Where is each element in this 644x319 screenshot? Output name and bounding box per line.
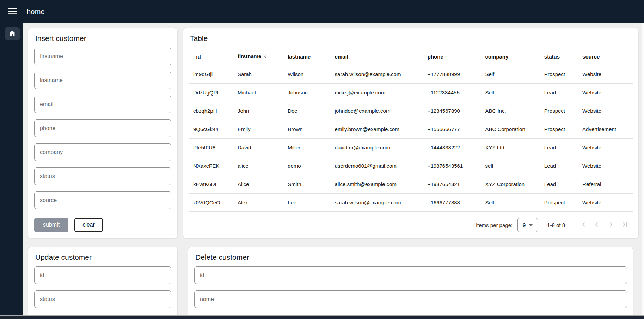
firstname-field[interactable] [34, 48, 171, 65]
cell-company: Self [481, 65, 540, 84]
cell-source: Advertisement [578, 120, 633, 139]
cell-source: Website [578, 65, 633, 84]
scrollbar[interactable] [642, 23, 644, 316]
column-header-status[interactable]: status [540, 48, 578, 65]
cell-company: Self [481, 194, 540, 212]
cell-id: Pte5fFU8 [189, 139, 233, 157]
phone-field[interactable] [34, 119, 171, 137]
update-customer-card: Update customer submit clear [28, 247, 178, 319]
cell-firstname: alice [233, 157, 283, 175]
items-per-page-label: Items per page: [476, 222, 513, 228]
sidebar [0, 23, 23, 319]
last-page-button[interactable] [618, 218, 632, 232]
menu-button[interactable] [4, 4, 20, 20]
source-field[interactable] [34, 191, 171, 209]
update-card-title: Update customer [35, 253, 170, 262]
cell-source: Website [578, 102, 633, 120]
cell-email: mike.j@example.com [331, 84, 423, 102]
cell-firstname: Alice [233, 175, 283, 194]
company-field[interactable] [34, 143, 171, 161]
column-header-firstname[interactable]: firstname [233, 48, 283, 65]
cell-phone: +1987654321 [423, 175, 481, 194]
update-id-field[interactable] [34, 266, 171, 284]
chevron-right-icon [607, 220, 615, 230]
caret-down-icon [529, 224, 533, 226]
cell-lastname: Lee [283, 194, 330, 212]
cell-firstname: Emily [233, 120, 283, 139]
insert-clear-button[interactable]: clear [74, 218, 103, 232]
cell-status: Lead [540, 139, 578, 157]
customers-table: _id firstname lastname email phone compa… [189, 48, 633, 212]
cell-phone: +1555666777 [423, 120, 481, 139]
cell-phone: +1234567890 [423, 102, 481, 120]
cell-company: ABC Inc. [481, 102, 540, 120]
table-row: NXaxeFEK alice demo userdemo601@gmail.co… [189, 157, 633, 175]
cell-email: userdemo601@gmail.com [331, 157, 423, 175]
cell-firstname: David [233, 139, 283, 157]
cell-firstname: Alex [233, 194, 283, 212]
cell-phone: +1777888999 [423, 65, 481, 84]
cell-email: emily.brown@example.com [331, 120, 423, 139]
cell-id: kEwtK6DL [189, 175, 233, 194]
sort-desc-icon [263, 54, 268, 60]
cell-id: im9dGtji [189, 65, 233, 84]
delete-name-field[interactable] [194, 290, 627, 308]
table-row: DdzUgQPI Michael Johnson mike.j@example.… [189, 84, 633, 102]
cell-lastname: Brown [283, 120, 330, 139]
status-field[interactable] [34, 167, 171, 185]
page-size-value: 9 [523, 222, 526, 228]
column-header-lastname[interactable]: lastname [283, 48, 330, 65]
cell-phone: +19876543561 [423, 157, 481, 175]
cell-company: Self [481, 84, 540, 102]
cell-phone: +1444333222 [423, 139, 481, 157]
delete-id-field[interactable] [194, 266, 627, 284]
cell-lastname: Smith [283, 175, 330, 194]
delete-card-title: Delete customer [195, 253, 626, 262]
first-page-button[interactable] [576, 218, 590, 232]
hamburger-icon [8, 8, 17, 16]
sidebar-item-home[interactable] [5, 27, 20, 40]
cell-status: Prospect [540, 65, 578, 84]
page-size-select[interactable]: 9 [517, 218, 538, 232]
cell-id: DdzUgQPI [189, 84, 233, 102]
delete-customer-card: Delete customer submit clear [188, 247, 633, 319]
column-header-phone[interactable]: phone [423, 48, 481, 65]
table-row: cbzqh2pH John Doe johndoe@example.com +1… [189, 102, 633, 120]
cell-firstname: John [233, 102, 283, 120]
cell-status: Lead [540, 175, 578, 194]
cell-company: XYZ Corporation [481, 175, 540, 194]
lastname-field[interactable] [34, 72, 171, 89]
table-row: kEwtK6DL Alice Smith alice.smith@example… [189, 175, 633, 194]
cell-email: sarah.wilson@example.com [331, 65, 423, 84]
chevron-left-icon [593, 220, 601, 230]
cell-lastname: Johnson [283, 84, 330, 102]
cell-company: self [481, 157, 540, 175]
topbar: home [0, 0, 644, 23]
column-header-company[interactable]: company [481, 48, 540, 65]
cell-source: Referral [578, 175, 633, 194]
cell-source: Website [578, 139, 633, 157]
table-card: Table _id firstname lastname email phone… [183, 28, 639, 239]
table-paginator: Items per page: 9 1-8 of 8 [189, 212, 633, 232]
first-page-icon [578, 220, 587, 230]
email-field[interactable] [34, 96, 171, 113]
previous-page-button[interactable] [590, 218, 604, 232]
cell-source: Website [578, 194, 633, 212]
cell-firstname: Sarah [233, 65, 283, 84]
next-page-button[interactable] [604, 218, 618, 232]
update-status-field[interactable] [34, 290, 171, 308]
cell-email: sarah.wilson@example.com [331, 194, 423, 212]
cell-lastname: demo [283, 157, 330, 175]
insert-submit-button[interactable]: submit [34, 218, 68, 232]
cell-email: johndoe@example.com [331, 102, 423, 120]
cell-company: ABC Corporation [481, 120, 540, 139]
column-header-email[interactable]: email [331, 48, 423, 65]
column-header-source[interactable]: source [578, 48, 633, 65]
cell-status: Prospect [540, 102, 578, 120]
page-title: home [27, 8, 45, 16]
column-header-id[interactable]: _id [189, 48, 233, 65]
cell-phone: +1666777888 [423, 194, 481, 212]
cell-source: Website [578, 84, 633, 102]
home-icon [8, 30, 16, 38]
cell-id: z0V0QCeO [189, 194, 233, 212]
